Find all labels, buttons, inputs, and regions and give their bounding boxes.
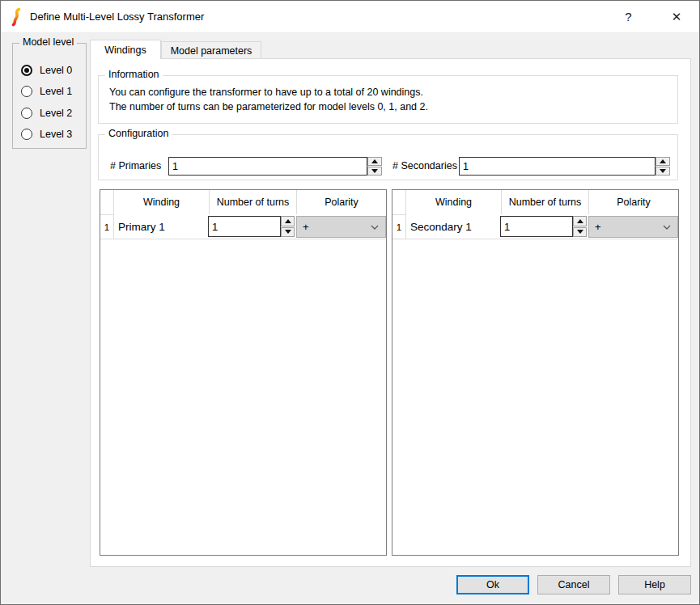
dialog-window: Define Multi-Level Lossy Transformer ? ✕… bbox=[0, 0, 700, 605]
grid-line bbox=[392, 239, 678, 239]
model-level-group: Model level Level 0 Level 1 Level 2 Leve… bbox=[12, 43, 87, 149]
spin-down-icon bbox=[285, 230, 291, 234]
radio-icon bbox=[21, 108, 32, 119]
primaries-spin-up-button[interactable] bbox=[367, 157, 382, 166]
spin-up-icon bbox=[660, 159, 666, 163]
radio-icon bbox=[21, 65, 32, 76]
information-line-2: The number of turns can be parameterized… bbox=[109, 99, 428, 114]
radio-icon bbox=[21, 86, 32, 97]
secondaries-spin-down-button[interactable] bbox=[655, 167, 670, 176]
configuration-group-label: Configuration bbox=[105, 128, 172, 139]
spin-up-icon bbox=[371, 159, 378, 163]
turns-spin-up-button[interactable] bbox=[573, 216, 587, 226]
tab-windings[interactable]: Windings bbox=[90, 40, 161, 59]
turns-spinner bbox=[281, 216, 295, 237]
polarity-dropdown[interactable]: + bbox=[588, 216, 678, 238]
header-number-of-turns: Number of turns bbox=[502, 190, 588, 214]
chevron-down-icon bbox=[663, 225, 677, 230]
radio-level-3[interactable]: Level 3 bbox=[21, 127, 72, 142]
tab-model-parameters[interactable]: Model parameters bbox=[161, 41, 261, 59]
row-header[interactable]: 1 bbox=[100, 215, 113, 239]
window-title: Define Multi-Level Lossy Transformer bbox=[30, 1, 204, 32]
turns-spinner bbox=[573, 216, 587, 237]
chevron-down-icon bbox=[371, 225, 385, 230]
cancel-button[interactable]: Cancel bbox=[537, 575, 610, 594]
header-polarity: Polarity bbox=[297, 190, 386, 214]
primaries-input[interactable] bbox=[168, 157, 367, 176]
radio-icon bbox=[21, 129, 32, 140]
secondaries-input[interactable] bbox=[459, 157, 655, 176]
primaries-label: # Primaries bbox=[110, 160, 161, 171]
primary-windings-table: Winding Number of turns Polarity 1 Prima… bbox=[100, 189, 387, 556]
primaries-spinner bbox=[367, 157, 382, 176]
turns-input[interactable] bbox=[500, 216, 573, 237]
spin-up-icon bbox=[577, 219, 583, 223]
configuration-group: Configuration # Primaries # Secondaries bbox=[98, 134, 678, 180]
information-line-1: You can configure the transformer to hav… bbox=[109, 85, 423, 99]
help-button[interactable]: Help bbox=[618, 575, 691, 594]
grid-line bbox=[100, 239, 386, 239]
row-header[interactable]: 1 bbox=[392, 215, 405, 239]
spin-down-icon bbox=[371, 169, 378, 173]
turns-spin-down-button[interactable] bbox=[281, 227, 295, 238]
close-icon[interactable]: ✕ bbox=[655, 1, 698, 32]
header-winding: Winding bbox=[406, 190, 501, 214]
secondaries-spin-up-button[interactable] bbox=[655, 157, 670, 166]
radio-level-1[interactable]: Level 1 bbox=[21, 84, 72, 99]
radio-level-0[interactable]: Level 0 bbox=[21, 63, 72, 78]
header-number-of-turns: Number of turns bbox=[210, 190, 296, 214]
radio-level-2[interactable]: Level 2 bbox=[21, 106, 72, 121]
turns-input[interactable] bbox=[208, 216, 281, 237]
app-icon bbox=[10, 7, 23, 27]
information-group-label: Information bbox=[105, 69, 163, 80]
help-titlebar-button[interactable]: ? bbox=[610, 1, 647, 32]
secondaries-label: # Secondaries bbox=[392, 160, 457, 171]
title-bar: Define Multi-Level Lossy Transformer ? ✕ bbox=[1, 1, 699, 33]
primaries-spin-down-button[interactable] bbox=[367, 167, 382, 176]
winding-name-cell[interactable]: Secondary 1 bbox=[410, 215, 472, 239]
polarity-dropdown[interactable]: + bbox=[296, 216, 386, 238]
model-level-group-label: Model level bbox=[19, 36, 77, 48]
ok-button[interactable]: Ok bbox=[456, 575, 529, 594]
information-group: Information You can configure the transf… bbox=[98, 75, 678, 124]
turns-spin-up-button[interactable] bbox=[281, 216, 295, 226]
header-polarity: Polarity bbox=[589, 190, 678, 214]
secondary-windings-table: Winding Number of turns Polarity 1 Secon… bbox=[392, 189, 679, 556]
winding-name-cell[interactable]: Primary 1 bbox=[118, 215, 165, 239]
secondaries-spinner bbox=[655, 157, 670, 176]
spin-up-icon bbox=[285, 219, 291, 223]
spin-down-icon bbox=[577, 230, 583, 234]
turns-spin-down-button[interactable] bbox=[573, 227, 587, 238]
spin-down-icon bbox=[660, 169, 666, 173]
header-winding: Winding bbox=[114, 190, 209, 214]
